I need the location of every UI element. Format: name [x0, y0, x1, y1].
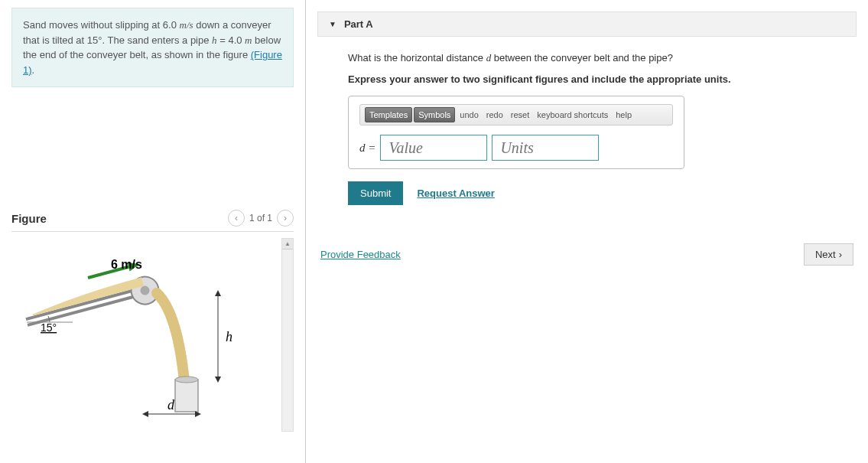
- caret-down-icon: ▼: [329, 20, 336, 28]
- next-button[interactable]: Next ›: [804, 243, 853, 266]
- figure-title: Figure: [11, 212, 47, 225]
- part-header[interactable]: ▼ Part A: [317, 11, 857, 37]
- svg-point-8: [175, 377, 198, 383]
- figure-section: Figure ‹ 1 of 1 ›: [11, 210, 294, 432]
- figure-next-button[interactable]: ›: [277, 210, 294, 227]
- figure-angle-label: 15°: [41, 321, 57, 334]
- svg-rect-0: [25, 286, 145, 321]
- keyboard-shortcuts-button[interactable]: keyboard shortcuts: [534, 109, 611, 121]
- reset-button[interactable]: reset: [508, 109, 532, 121]
- help-button[interactable]: help: [613, 109, 635, 121]
- redo-button[interactable]: redo: [483, 109, 506, 121]
- figure-image: 6 m/s 15°: [11, 238, 278, 432]
- figure-h-label: h: [226, 329, 232, 344]
- chevron-right-icon: ›: [839, 249, 842, 260]
- h-unit: m: [245, 34, 252, 46]
- undo-button[interactable]: undo: [457, 109, 481, 121]
- svg-marker-10: [215, 290, 221, 296]
- figure-d-label: d: [167, 397, 175, 412]
- problem-text: . The sand enters a pipe: [102, 34, 213, 46]
- value-input[interactable]: [380, 135, 487, 161]
- figure-nav-text: 1 of 1: [249, 213, 272, 223]
- answer-box: Templates Symbols undo redo reset keyboa…: [348, 96, 684, 169]
- h-value: 4.0: [228, 34, 242, 46]
- figure-speed-label: 6 m/s: [111, 258, 142, 271]
- answer-label: d =: [359, 142, 375, 155]
- instruction-text: Express your answer to two significant f…: [348, 73, 826, 85]
- period: .: [32, 64, 35, 76]
- symbols-button[interactable]: Symbols: [414, 107, 455, 122]
- svg-rect-7: [175, 380, 198, 412]
- right-panel: ▼ Part A What is the horizontal distance…: [306, 0, 868, 463]
- left-panel: Sand moves without slipping at 6.0 m/s d…: [0, 0, 306, 463]
- figure-prev-button[interactable]: ‹: [228, 210, 245, 227]
- question-text: What is the horizontal distance d betwee…: [348, 52, 826, 64]
- angle-value: 15°: [87, 34, 102, 46]
- svg-marker-11: [215, 377, 221, 383]
- units-input[interactable]: [492, 135, 599, 161]
- part-title: Part A: [344, 18, 373, 30]
- submit-button[interactable]: Submit: [348, 181, 403, 205]
- answer-toolbar: Templates Symbols undo redo reset keyboa…: [359, 104, 673, 126]
- request-answer-link[interactable]: Request Answer: [417, 187, 494, 199]
- svg-marker-13: [142, 411, 148, 417]
- scroll-up-icon[interactable]: ▲: [282, 239, 293, 249]
- templates-button[interactable]: Templates: [365, 107, 412, 122]
- problem-statement: Sand moves without slipping at 6.0 m/s d…: [11, 8, 294, 87]
- next-label: Next: [815, 249, 836, 260]
- speed-value: 6.0: [163, 19, 177, 31]
- provide-feedback-link[interactable]: Provide Feedback: [320, 249, 401, 260]
- equals: =: [217, 34, 229, 46]
- speed-unit: m/s: [180, 19, 193, 31]
- figure-scrollbar[interactable]: ▲: [281, 238, 294, 432]
- problem-text: Sand moves without slipping at: [23, 19, 163, 31]
